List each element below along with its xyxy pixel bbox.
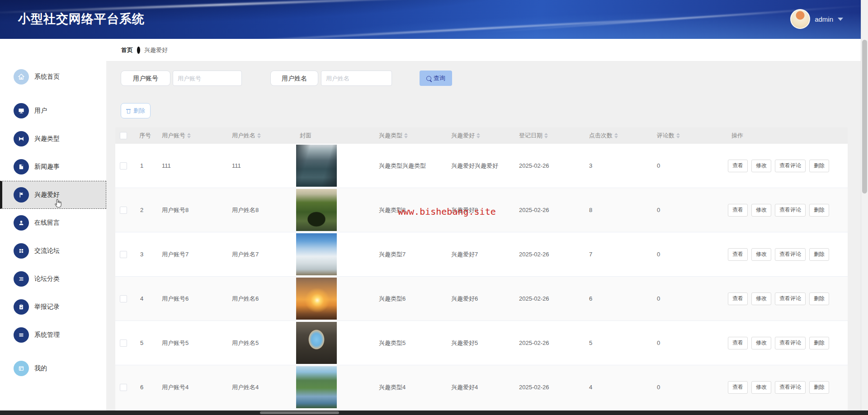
- sort-arrows-icon[interactable]: [257, 133, 261, 138]
- sidebar-item-用户[interactable]: 用户: [0, 97, 106, 125]
- delete-row-button[interactable]: 删除: [809, 292, 829, 305]
- sort-arrows-icon[interactable]: [187, 133, 191, 138]
- view-button[interactable]: 查看: [728, 248, 748, 261]
- sort-arrows-icon[interactable]: [676, 133, 680, 138]
- sidebar-item-系统管理[interactable]: 系统管理: [0, 321, 106, 349]
- sidebar-item-兴趣类型[interactable]: 兴趣类型: [0, 125, 106, 153]
- view-button[interactable]: 查看: [728, 204, 748, 217]
- edit-button[interactable]: 修改: [751, 337, 771, 349]
- row-checkbox[interactable]: [120, 251, 127, 258]
- monitor-icon: [14, 103, 29, 118]
- cell-account: 用户账号4: [158, 383, 228, 391]
- bulk-delete-button[interactable]: 删除: [121, 103, 151, 118]
- row-checkbox[interactable]: [120, 162, 127, 170]
- sidebar-item-论坛分类[interactable]: 论坛分类: [0, 265, 106, 293]
- view-button[interactable]: 查看: [728, 337, 748, 349]
- cell-comments: 0: [653, 384, 728, 391]
- select-all-checkbox[interactable]: [120, 132, 127, 139]
- column-header-label: 用户姓名: [232, 132, 255, 140]
- grid-icon: [14, 243, 29, 259]
- view-comments-button[interactable]: 查看评论: [775, 204, 806, 217]
- column-header-兴趣爱好[interactable]: 兴趣爱好: [448, 132, 515, 140]
- cell-cover: [296, 366, 375, 408]
- view-comments-button[interactable]: 查看评论: [775, 292, 806, 305]
- sidebar-item-举报记录[interactable]: 举报记录: [0, 293, 106, 321]
- account-input[interactable]: [173, 71, 242, 86]
- name-input[interactable]: [321, 71, 392, 86]
- row-checkbox[interactable]: [120, 295, 127, 302]
- user-menu[interactable]: admin: [790, 8, 843, 30]
- view-comments-button[interactable]: 查看评论: [775, 160, 806, 172]
- cell-name: 用户姓名5: [228, 339, 296, 347]
- view-button[interactable]: 查看: [728, 292, 748, 305]
- view-button[interactable]: 查看: [728, 160, 748, 172]
- column-header-点击次数[interactable]: 点击次数: [585, 132, 653, 140]
- sort-arrows-icon[interactable]: [476, 133, 480, 138]
- cell-name: 用户姓名4: [228, 383, 296, 391]
- vertical-scrollbar-thumb[interactable]: [862, 40, 867, 193]
- cell-actions: 查看修改查看评论删除: [728, 381, 848, 394]
- chevron-down-icon: [838, 18, 843, 21]
- column-header-用户账号[interactable]: 用户账号: [158, 132, 228, 140]
- breadcrumb: 首页 兴趣爱好: [106, 39, 861, 61]
- table-header-row: 序号用户账号用户姓名封面兴趣类型兴趣爱好登记日期点击次数评论数操作: [115, 127, 848, 144]
- edit-button[interactable]: 修改: [751, 160, 771, 172]
- sort-arrows-icon[interactable]: [544, 133, 548, 138]
- sidebar-item-我的[interactable]: 我的: [0, 354, 106, 382]
- lines-icon: [14, 327, 29, 343]
- cover-image-sunset-glow: [296, 278, 337, 320]
- breadcrumb-home-link[interactable]: 首页: [121, 46, 133, 54]
- edit-button[interactable]: 修改: [751, 292, 771, 305]
- cell-seq: 4: [136, 295, 158, 302]
- column-header-兴趣类型[interactable]: 兴趣类型: [375, 132, 448, 140]
- delete-row-button[interactable]: 删除: [809, 248, 829, 261]
- cell-cover: [296, 189, 375, 231]
- sidebar-item-label: 交流论坛: [34, 247, 60, 255]
- row-select-cell: [115, 251, 136, 258]
- cell-actions: 查看修改查看评论删除: [728, 204, 848, 217]
- column-header-label: 封面: [300, 132, 311, 140]
- cell-seq: 6: [136, 384, 158, 391]
- column-header-序号: 序号: [136, 132, 158, 140]
- sidebar-nav: 系统首页用户兴趣类型新闻趣事兴趣爱好在线留言交流论坛论坛分类举报记录系统管理我的: [0, 39, 106, 410]
- sidebar-item-label: 系统管理: [34, 331, 60, 339]
- query-button[interactable]: 查询: [420, 71, 452, 86]
- sidebar-item-label: 新闻趣事: [34, 163, 60, 171]
- delete-row-button[interactable]: 删除: [809, 381, 829, 394]
- cell-type: 兴趣类型4: [375, 383, 448, 391]
- delete-row-button[interactable]: 删除: [809, 204, 829, 217]
- column-header-评论数[interactable]: 评论数: [653, 132, 728, 140]
- search-icon: [426, 76, 431, 81]
- row-checkbox[interactable]: [120, 384, 127, 391]
- row-checkbox[interactable]: [120, 340, 127, 347]
- view-comments-button[interactable]: 查看评论: [775, 248, 806, 261]
- sidebar-item-系统首页[interactable]: 系统首页: [0, 63, 106, 91]
- view-button[interactable]: 查看: [728, 381, 748, 394]
- edit-button[interactable]: 修改: [751, 204, 771, 217]
- sort-arrows-icon[interactable]: [404, 133, 408, 138]
- column-header-登记日期[interactable]: 登记日期: [515, 132, 585, 140]
- person-icon: [14, 215, 29, 231]
- edit-button[interactable]: 修改: [751, 248, 771, 261]
- sidebar-item-兴趣爱好[interactable]: 兴趣爱好: [0, 181, 106, 209]
- sidebar-item-label: 系统首页: [34, 73, 60, 81]
- view-comments-button[interactable]: 查看评论: [775, 337, 806, 349]
- table-row: 5用户账号5用户姓名5兴趣类型5兴趣爱好52025-02-2650查看修改查看评…: [115, 321, 848, 365]
- horizontal-scrollbar-thumb[interactable]: [260, 411, 339, 414]
- sidebar-item-交流论坛[interactable]: 交流论坛: [0, 237, 106, 265]
- sidebar-item-在线留言[interactable]: 在线留言: [0, 209, 106, 237]
- column-header-封面: 封面: [296, 132, 375, 140]
- sort-arrows-icon[interactable]: [614, 133, 618, 138]
- column-header-label: 兴趣类型: [379, 132, 402, 140]
- sidebar-item-新闻趣事[interactable]: 新闻趣事: [0, 153, 106, 181]
- name-field-label: 用户姓名: [270, 71, 318, 86]
- top-header-bar: 小型社交网络平台系统 admin: [0, 0, 868, 39]
- delete-row-button[interactable]: 删除: [809, 160, 829, 172]
- cell-account: 111: [158, 162, 228, 169]
- delete-row-button[interactable]: 删除: [809, 337, 829, 349]
- sidebar-item-label: 我的: [34, 364, 47, 373]
- edit-button[interactable]: 修改: [751, 381, 771, 394]
- column-header-用户姓名[interactable]: 用户姓名: [228, 132, 296, 140]
- row-checkbox[interactable]: [120, 207, 127, 214]
- view-comments-button[interactable]: 查看评论: [775, 381, 806, 394]
